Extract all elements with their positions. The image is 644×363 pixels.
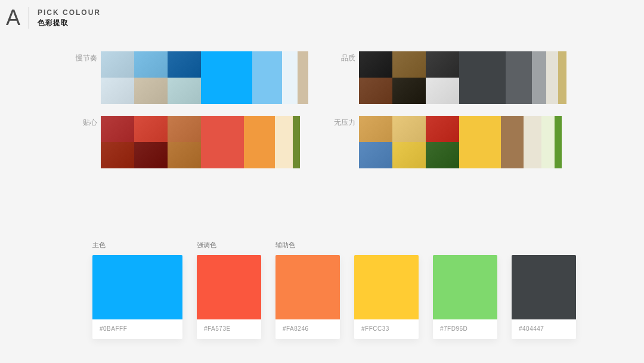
mood-image-grid — [359, 116, 459, 168]
mood-image — [134, 78, 168, 104]
mood-strip — [101, 51, 308, 104]
mood-image — [168, 142, 201, 168]
swatch-color — [433, 255, 497, 319]
mood-image-grid — [101, 116, 201, 168]
swatch-label: 辅助色 — [275, 241, 340, 251]
swatch-card: #FA8246 — [275, 255, 340, 339]
mood-block: 无压力 — [333, 116, 569, 168]
swatch-color — [512, 255, 576, 319]
mood-palette — [201, 116, 308, 168]
mood-block: 贴心 — [75, 116, 311, 168]
header-letter: A — [6, 7, 29, 29]
swatch-hex: #FFCC33 — [354, 319, 419, 339]
mood-image — [359, 116, 392, 142]
header-text: PICK COLOUR 色彩提取 — [29, 8, 101, 28]
swatch-row: 主色#0BAFFF强调色#FA573E辅助色#FA8246#FFCC33#7FD… — [92, 241, 564, 339]
mood-image — [134, 116, 168, 142]
palette-bar — [201, 116, 244, 168]
palette-bar — [252, 51, 282, 104]
swatch-card: #0BAFFF — [92, 255, 182, 339]
mood-strip — [359, 116, 566, 168]
mood-image-grid — [359, 51, 459, 104]
swatch-color — [92, 255, 182, 319]
swatch-card: #404447 — [512, 255, 576, 339]
mood-image — [101, 116, 134, 142]
mood-area: 慢节奏品质贴心无压力 — [75, 51, 569, 168]
mood-label: 无压力 — [333, 118, 355, 128]
swatch-color — [197, 255, 261, 319]
mood-image — [168, 116, 201, 142]
mood-block: 慢节奏 — [75, 51, 311, 104]
mood-strip — [359, 51, 566, 104]
swatch-group: #FFCC33 — [354, 241, 419, 339]
mood-image — [101, 142, 134, 168]
mood-image — [359, 78, 392, 104]
mood-label: 慢节奏 — [75, 53, 97, 63]
swatch-group: 强调色#FA573E — [197, 241, 261, 339]
mood-label: 贴心 — [75, 118, 97, 128]
palette-bar — [282, 51, 298, 104]
mood-image — [392, 116, 426, 142]
palette-bar — [293, 116, 300, 168]
mood-palette — [201, 51, 308, 104]
palette-bar — [501, 116, 524, 168]
swatch-card: #FA573E — [197, 255, 261, 339]
mood-image — [392, 51, 426, 78]
mood-image — [426, 51, 459, 78]
palette-bar — [541, 116, 555, 168]
swatch-group: #7FD96D — [433, 241, 497, 339]
header-title-en: PICK COLOUR — [38, 8, 101, 17]
palette-bar — [555, 116, 562, 168]
palette-bar — [558, 51, 566, 104]
mood-label: 品质 — [333, 53, 355, 63]
header-badge: A PICK COLOUR 色彩提取 — [6, 7, 101, 29]
swatch-color — [354, 255, 419, 319]
palette-bar — [546, 51, 558, 104]
swatch-label — [512, 241, 576, 251]
swatch-group: #404447 — [512, 241, 576, 339]
mood-palette — [459, 116, 566, 168]
palette-bar — [532, 51, 546, 104]
palette-bar — [506, 51, 532, 104]
swatch-label: 强调色 — [197, 241, 261, 251]
swatch-hex: #7FD96D — [433, 319, 497, 339]
palette-bar — [201, 51, 252, 104]
palette-bar — [244, 116, 275, 168]
mood-image-grid — [101, 51, 201, 104]
palette-bar — [275, 116, 293, 168]
mood-image — [168, 78, 201, 104]
mood-block: 品质 — [333, 51, 569, 104]
palette-bar — [459, 51, 506, 104]
swatch-color — [275, 255, 340, 319]
header-title-zh: 色彩提取 — [38, 18, 101, 28]
palette-bar — [524, 116, 541, 168]
palette-bar — [459, 116, 501, 168]
mood-image — [134, 142, 168, 168]
swatch-card: #7FD96D — [433, 255, 497, 339]
mood-image — [359, 142, 392, 168]
mood-image — [134, 51, 168, 78]
mood-image — [101, 78, 134, 104]
mood-strip — [101, 116, 308, 168]
mood-image — [392, 78, 426, 104]
swatch-hex: #0BAFFF — [92, 319, 182, 339]
mood-palette — [459, 51, 566, 104]
mood-image — [392, 142, 426, 168]
mood-image — [168, 51, 201, 78]
swatch-label: 主色 — [92, 241, 182, 251]
mood-image — [426, 78, 459, 104]
swatch-hex: #FA573E — [197, 319, 261, 339]
swatch-hex: #FA8246 — [275, 319, 340, 339]
mood-image — [359, 51, 392, 78]
swatch-group: 辅助色#FA8246 — [275, 241, 340, 339]
mood-image — [426, 116, 459, 142]
swatch-card: #FFCC33 — [354, 255, 419, 339]
swatch-group: 主色#0BAFFF — [92, 241, 182, 339]
mood-image — [101, 51, 134, 78]
swatch-label — [433, 241, 497, 251]
swatch-hex: #404447 — [512, 319, 576, 339]
swatch-label — [354, 241, 419, 251]
palette-bar — [298, 51, 308, 104]
mood-image — [426, 142, 459, 168]
